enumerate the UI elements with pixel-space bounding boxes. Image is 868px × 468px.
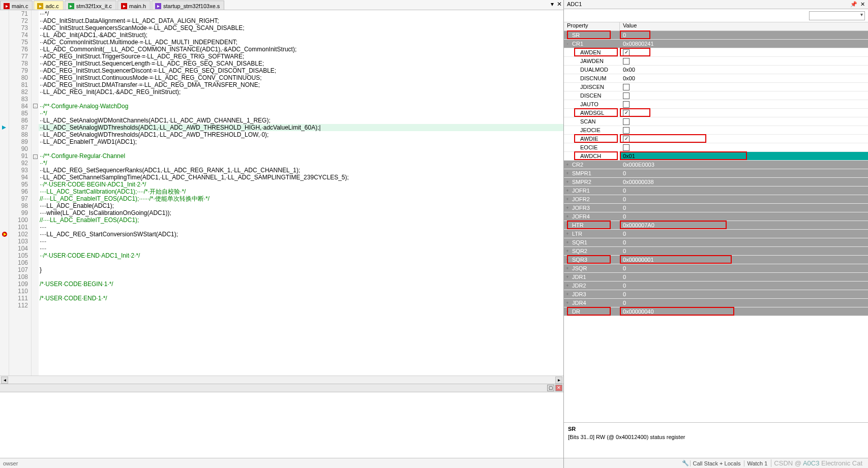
register-value[interactable]: 0x00800241 (620, 40, 868, 48)
file-tab[interactable]: ▸main.c (0, 1, 33, 10)
code-line[interactable]: ··/*·USER·CODE·END·ADC1_Init·2·*/ (39, 252, 563, 259)
panel-title-bar[interactable]: ADC1 📌 ✕ (564, 0, 868, 9)
register-value[interactable]: 0x00 (620, 74, 868, 82)
filter-combo[interactable] (809, 11, 865, 20)
close-icon[interactable]: ✕ (555, 385, 562, 391)
code-line[interactable]: ··LL_ADC_Init(ADC1,·&ADC_InitStruct); (39, 32, 563, 39)
register-row[interactable]: AWDSGL (564, 109, 868, 117)
code-line[interactable]: ··ADC_InitStruct.SequencersScanMode·=·LL… (39, 24, 563, 32)
register-value[interactable]: 0 (620, 230, 868, 238)
register-row[interactable]: EOCIE (564, 143, 868, 152)
register-row[interactable]: +JDR10 (564, 273, 868, 282)
register-row[interactable]: SCAN (564, 117, 868, 126)
code-line[interactable]: } (39, 266, 563, 273)
register-value[interactable]: 0 (620, 204, 868, 212)
register-value[interactable]: 0 (620, 282, 868, 290)
expand-icon[interactable]: + (564, 274, 571, 279)
code-line[interactable] (39, 96, 563, 103)
code-editor[interactable]: 7172737475767778798081828384858687888990… (0, 10, 563, 376)
code-line[interactable]: ··ADC_REG_InitStruct.DMATransfer·=·LL_AD… (39, 81, 563, 88)
register-value[interactable] (620, 126, 868, 134)
code-line[interactable]: /*·USER·CODE·END·1·*/ (39, 295, 563, 302)
expand-icon[interactable]: + (564, 240, 571, 245)
register-row[interactable]: JAWDEN (564, 57, 868, 66)
expand-icon[interactable]: + (564, 162, 571, 167)
expand-icon[interactable]: - (564, 41, 571, 46)
expand-icon[interactable]: + (564, 292, 571, 297)
tab-menu-icon[interactable]: ▾ (551, 1, 554, 8)
code-line[interactable]: ···*/ (39, 10, 563, 17)
expand-icon[interactable]: + (564, 248, 571, 254)
restore-icon[interactable]: ▢ (547, 385, 554, 391)
file-tab[interactable]: ▸startup_stm32f103xe.s (152, 1, 224, 10)
code-line[interactable]: ··LL_ADC_SetAnalogWDThresholds(ADC1,·LL_… (39, 131, 563, 138)
horizontal-scrollbar[interactable]: ◂ ▸ (0, 376, 563, 384)
code-line[interactable]: ··/**·Configure·Analog·WatchDog (39, 103, 563, 110)
register-row[interactable]: -CR10x00800241 (564, 40, 868, 48)
register-row[interactable]: +SQR30x00000001 (564, 256, 868, 264)
code-line[interactable] (39, 273, 563, 280)
status-watch[interactable]: Watch 1 (744, 460, 770, 466)
code-line[interactable] (39, 259, 563, 266)
expand-icon[interactable]: + (564, 171, 571, 176)
register-row[interactable]: AWDCH0x01 (564, 152, 868, 161)
code-line[interactable]: ··LL_ADC_SetAnalogWDThresholds(ADC1,·LL_… (39, 124, 563, 131)
register-value[interactable] (620, 91, 868, 100)
register-value[interactable]: 0x00 (620, 66, 868, 74)
register-value[interactable] (620, 135, 868, 143)
expand-icon[interactable]: + (564, 283, 571, 288)
expand-icon[interactable]: + (564, 197, 571, 202)
code-line[interactable]: ··LL_ADC_SetChannelSamplingTime(ADC1,·LL… (39, 174, 563, 181)
code-line[interactable] (39, 302, 563, 309)
close-icon[interactable]: ✕ (860, 1, 865, 8)
code-line[interactable]: ··ADC_REG_InitStruct.SequencerLength·=·L… (39, 60, 563, 67)
register-row[interactable]: AWDEN (564, 48, 868, 57)
expand-icon[interactable]: + (564, 205, 571, 210)
breakpoint-icon[interactable] (1, 231, 8, 238)
pin-icon[interactable]: 📌 (850, 1, 857, 8)
register-row[interactable]: +JDR30 (564, 290, 868, 299)
output-pane[interactable] (0, 392, 563, 458)
register-value[interactable]: 0x00000040 (620, 307, 868, 316)
register-row[interactable]: +JDR40 (564, 299, 868, 307)
expand-icon[interactable]: + (564, 223, 571, 228)
register-value[interactable]: 0 (620, 264, 868, 272)
file-tab[interactable]: ▸adc.c (34, 1, 63, 10)
code-line[interactable]: ··ADC_REG_InitStruct.ContinuousMode·=·LL… (39, 74, 563, 81)
register-row[interactable]: +JOFR10 (564, 186, 868, 195)
register-value[interactable] (620, 48, 868, 56)
register-value[interactable]: 0x000E0003 (620, 161, 868, 169)
register-value[interactable]: 0 (620, 299, 868, 307)
expand-icon[interactable]: + (564, 231, 571, 236)
expand-icon[interactable]: + (564, 188, 571, 193)
register-value[interactable]: 0x00000038 (620, 178, 868, 186)
register-row[interactable]: AWDIE (564, 135, 868, 143)
register-value[interactable] (620, 57, 868, 65)
code-line[interactable]: ··/*·USER·CODE·BEGIN·ADC1_Init·2·*/ (39, 181, 563, 188)
register-value[interactable]: 0 (620, 247, 868, 255)
code-line[interactable]: ··ADC_InitStruct.DataAlignment·=·LL_ADC_… (39, 17, 563, 24)
code-line[interactable]: ··/**·Configure·Regular·Channel (39, 152, 563, 160)
code-line[interactable]: ··*/ (39, 110, 563, 117)
register-row[interactable]: +SQR10 (564, 238, 868, 247)
expand-icon[interactable]: + (564, 300, 571, 305)
register-row[interactable]: +JOFR40 (564, 212, 868, 221)
tab-close-icon[interactable]: ✕ (557, 1, 562, 8)
code-line[interactable]: ···· (39, 224, 563, 231)
register-value[interactable]: 0 (620, 212, 868, 221)
register-row[interactable]: DUALMOD0x00 (564, 66, 868, 74)
register-row[interactable]: +HTR0x000007A0 (564, 221, 868, 230)
register-row[interactable]: +CR20x000E0003 (564, 161, 868, 169)
code-line[interactable]: ····LL_ADC_REG_StartConversionSWStart(AD… (39, 231, 563, 238)
register-value[interactable]: 0 (620, 186, 868, 195)
register-row[interactable]: JAUTO (564, 100, 868, 109)
register-value[interactable]: 0 (620, 31, 868, 39)
register-value[interactable] (620, 143, 868, 151)
register-value[interactable] (620, 100, 868, 108)
register-row[interactable]: +JDR20 (564, 282, 868, 290)
register-row[interactable]: +SMPR20x00000038 (564, 178, 868, 186)
code-line[interactable]: ··LL_ADC_REG_Init(ADC1,·&ADC_REG_InitStr… (39, 88, 563, 96)
expand-icon[interactable]: + (564, 179, 571, 184)
register-value[interactable]: 0 (620, 290, 868, 298)
code-line[interactable]: ··LL_ADC_REG_SetSequencerRanks(ADC1,·LL_… (39, 167, 563, 174)
